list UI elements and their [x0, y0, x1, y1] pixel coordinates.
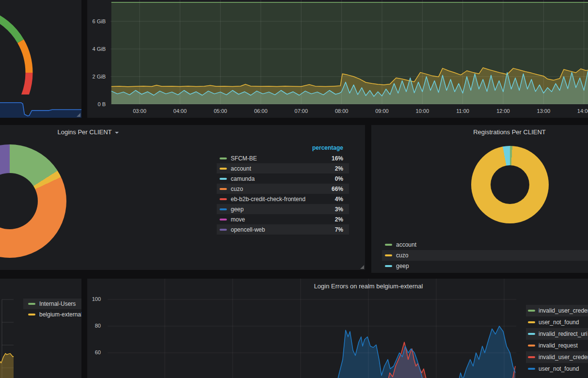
axis-tick-label: 03:00 [128, 108, 151, 114]
legend-item-invalid_request[interactable]: invalid_request [526, 340, 588, 351]
axis-tick-label: 60 [95, 349, 101, 355]
legend-label: move [231, 216, 245, 223]
legend-item-user_not_found[interactable]: user_not_found [526, 316, 588, 328]
legend-label: eb-b2b-credit-check-frontend [231, 196, 305, 203]
legend-item-account[interactable]: account [382, 239, 588, 250]
series-color-dash [528, 333, 535, 335]
legend-item-cuzo[interactable]: cuzo [382, 250, 588, 261]
series-color-dash [28, 314, 35, 315]
logins-legend-table: percentage SFCM-BE16%account2%camunda0%c… [217, 144, 349, 235]
legend-item-opencell-web[interactable]: opencell-web7% [217, 224, 349, 235]
memory-x-axis: 03:0004:0005:0006:0007:0008:0009:0010:00… [87, 0, 588, 118]
legend-item-camunda[interactable]: camunda0% [217, 173, 349, 184]
panel-resize-handle[interactable] [360, 265, 364, 269]
series-color-dash [220, 188, 227, 190]
legend-value: 0% [335, 175, 343, 182]
panel-memory-graph: 0 B2 GiB4 GiB6 GiB 03:0004:0005:0006:000… [87, 0, 588, 118]
axis-tick-label: 14:00 [572, 108, 588, 114]
axis-tick-label: 80 [95, 323, 101, 329]
axis-tick-label: 04:00 [168, 108, 191, 114]
donut-hole [0, 173, 38, 229]
gauge-arc [0, 0, 81, 94]
legend-item-cuzo[interactable]: cuzo66% [217, 184, 349, 194]
legend-value: 2% [335, 165, 343, 172]
series-color-dash [28, 303, 35, 305]
legend-item-geep[interactable]: geep [382, 261, 588, 271]
panel-title-logins[interactable]: Logins Per CLIENT [0, 128, 365, 136]
legend-label: geep [396, 263, 409, 269]
login-errors-legend: invalid_user_credentialsuser_not_foundin… [526, 305, 588, 375]
logins-donut-chart[interactable] [0, 144, 66, 258]
legend-item-move[interactable]: move2% [217, 214, 349, 224]
panel-title-text: Logins Per CLIENT [58, 128, 112, 136]
login-errors-chart[interactable] [108, 279, 516, 378]
legend-item-invalid_redirect_uri[interactable]: invalid_redirect_uri [526, 328, 588, 340]
legend-label: invalid_request [539, 342, 578, 349]
legend-item-geep[interactable]: geep3% [217, 204, 349, 214]
legend-value: 66% [332, 186, 343, 192]
panel-registrations-per-client: Registrations Per CLIENT accountcuzogeep [371, 125, 588, 273]
registrations-legend: accountcuzogeep [382, 239, 588, 271]
series-color-dash [220, 158, 227, 159]
series-color-dash [220, 208, 227, 210]
series-color-dash [220, 219, 227, 220]
series-color-dash [385, 265, 392, 267]
series-color-dash [385, 244, 392, 246]
series-color-dash [528, 345, 535, 346]
panel-resize-handle[interactable] [77, 113, 80, 117]
legend-label: Internal-Users [39, 300, 76, 307]
legend-value: 16% [332, 155, 343, 162]
series-color-dash [528, 368, 535, 370]
legend-label: belgium-external [39, 311, 81, 318]
axis-tick-label: 05:00 [209, 108, 232, 114]
legend-label: user_not_found [539, 319, 579, 326]
panel-menu-caret-icon [115, 132, 119, 134]
legend-item-sfcm-be[interactable]: SFCM-BE16% [217, 153, 349, 163]
legend-value: 4% [335, 196, 343, 203]
series-color-dash [220, 198, 227, 200]
panel-realm-graph: Internal-Usersbelgium-external [0, 279, 81, 378]
legend-item-eb-b2b-credit-check-frontend[interactable]: eb-b2b-credit-check-frontend4% [217, 194, 349, 204]
legend-value: 2% [335, 216, 343, 223]
realm-legend: Internal-Usersbelgium-external [23, 299, 81, 320]
realm-mini-chart[interactable] [0, 296, 15, 378]
axis-tick-label: 08:00 [330, 108, 353, 114]
legend-item-invalid_user_credentials[interactable]: invalid_user_credentials [526, 305, 588, 316]
panel-login-errors: Login Errors on realm belgium-external 1… [87, 279, 588, 378]
panel-title-text: Registrations Per CLIENT [473, 128, 546, 136]
panel-title-registrations[interactable]: Registrations Per CLIENT [371, 128, 588, 136]
axis-tick-label: 11:00 [451, 108, 475, 114]
legend-item-internal-users[interactable]: Internal-Users [23, 299, 81, 309]
axis-tick-label: 13:00 [532, 108, 555, 114]
legend-label: SFCM-BE [231, 155, 257, 162]
legend-label: cuzo [231, 186, 243, 192]
series-color-dash [220, 168, 227, 170]
axis-tick-label: 100 [92, 296, 101, 302]
legend-item-account[interactable]: account2% [217, 163, 349, 173]
login-errors-y-axis: 1008060 [87, 279, 105, 378]
legend-label: cuzo [396, 252, 408, 259]
axis-tick-label: 09:00 [370, 108, 394, 114]
legend-item-invalid_user_credentials[interactable]: invalid_user_credentials [526, 351, 588, 363]
series-color-dash [528, 356, 535, 358]
axis-tick-label: 06:00 [249, 108, 272, 114]
legend-value-column-header[interactable]: percentage [217, 144, 349, 153]
legend-label: camunda [231, 175, 254, 182]
series-color-dash [220, 178, 227, 180]
legend-label: user_not_found [539, 365, 579, 372]
series-color-dash [528, 321, 535, 323]
legend-label: invalid_user_credentials [539, 354, 588, 361]
axis-tick-label: 10:00 [411, 108, 434, 114]
gauge-sparkline-chart[interactable] [0, 94, 81, 118]
axis-tick-label: 07:00 [289, 108, 313, 114]
registrations-donut-chart[interactable] [471, 146, 549, 223]
legend-label: account [231, 165, 251, 172]
series-color-dash [528, 310, 535, 312]
legend-item-belgium-external[interactable]: belgium-external [23, 309, 81, 320]
donut-hole [491, 165, 529, 204]
legend-label: geep [231, 206, 244, 213]
legend-item-user_not_found[interactable]: user_not_found [526, 363, 588, 375]
legend-label: invalid_user_credentials [539, 307, 588, 314]
panel-gauge [0, 0, 81, 118]
series-color-dash [220, 229, 227, 231]
